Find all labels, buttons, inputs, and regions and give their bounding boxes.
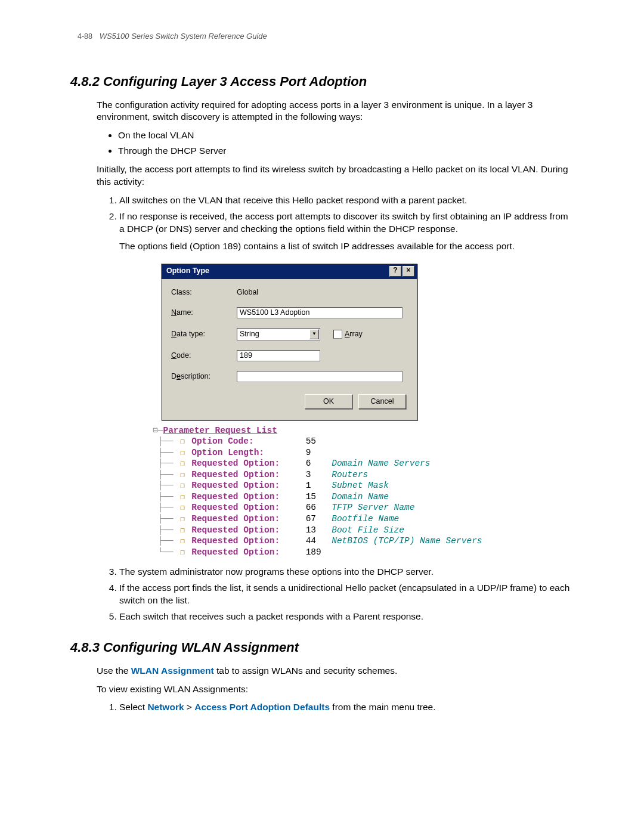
- steps-3-5: The system administrator now programs th…: [97, 566, 574, 623]
- dialog-window: Option Type ? × Class: Global Name:: [161, 264, 417, 420]
- dialog-title: Option Type: [166, 266, 209, 276]
- discovery-bullets: On the local VLAN Through the DHCP Serve…: [97, 129, 574, 157]
- section-482-body: The configuration activity required for …: [97, 99, 574, 623]
- adoption-defaults-link[interactable]: Access Port Adoption Defaults: [194, 702, 330, 712]
- section-483-body: Use the WLAN Assignment tab to assign WL…: [97, 665, 574, 714]
- option-type-dialog-figure: Option Type ? × Class: Global Name:: [161, 264, 417, 420]
- parameter-request-list-tree: ⊟─Parameter Request List ├── ❐ Option Co…: [153, 425, 574, 558]
- step-2: If no response is received, the access p…: [119, 210, 574, 253]
- page-number: 4-88: [78, 32, 92, 41]
- array-label: Array: [345, 329, 363, 339]
- wlan-assignment-link[interactable]: WLAN Assignment: [131, 665, 214, 676]
- ok-button[interactable]: OK: [305, 394, 352, 409]
- text: Use the: [97, 665, 131, 676]
- dialog-body: Class: Global Name: Data type: String ▼: [162, 279, 417, 420]
- text: Select: [119, 702, 147, 712]
- step-4: If the access port finds the list, it se…: [119, 582, 574, 607]
- name-label: Name:: [171, 308, 237, 318]
- datatype-select[interactable]: String ▼: [237, 328, 320, 340]
- text: >: [184, 702, 195, 712]
- chevron-down-icon: ▼: [309, 329, 319, 339]
- step-3: The system administrator now programs th…: [119, 566, 574, 578]
- dialog-buttons: OK Cancel: [171, 392, 410, 414]
- step-2-sub: The options field (Option 189) contains …: [119, 240, 574, 253]
- name-input[interactable]: [237, 307, 402, 318]
- description-input[interactable]: [237, 371, 402, 382]
- datatype-value: String: [240, 329, 259, 339]
- text: from the main menu tree.: [330, 702, 435, 712]
- code-label: Code:: [171, 351, 237, 361]
- bullet-item: On the local VLAN: [118, 129, 574, 142]
- description-label: Description:: [171, 371, 237, 382]
- network-link[interactable]: Network: [147, 702, 184, 712]
- paragraph: The configuration activity required for …: [97, 99, 574, 124]
- class-label: Class:: [171, 287, 237, 298]
- step-5: Each switch that receives such a packet …: [119, 611, 574, 623]
- class-value: Global: [237, 287, 258, 298]
- steps-483: Select Network > Access Port Adoption De…: [97, 701, 574, 714]
- help-button[interactable]: ?: [389, 266, 401, 277]
- section-heading-483: 4.8.3 Configuring WLAN Assignment: [70, 639, 574, 657]
- cancel-button[interactable]: Cancel: [358, 394, 406, 409]
- step-1: Select Network > Access Port Adoption De…: [119, 701, 574, 714]
- section-heading-482: 4.8.2 Configuring Layer 3 Access Port Ad…: [70, 73, 574, 91]
- guide-title: WS5100 Series Switch System Reference Gu…: [100, 32, 267, 41]
- paragraph: Initially, the access port attempts to f…: [97, 163, 574, 188]
- array-checkbox[interactable]: Array: [333, 329, 363, 339]
- text: tab to assign WLANs and security schemes…: [214, 665, 398, 676]
- code-input[interactable]: [237, 350, 320, 361]
- page-header: 4-88 WS5100 Series Switch System Referen…: [78, 31, 574, 42]
- close-button[interactable]: ×: [402, 266, 414, 277]
- page: 4-88 WS5100 Series Switch System Referen…: [0, 0, 644, 833]
- paragraph: To view existing WLAN Assignments:: [97, 683, 574, 696]
- datatype-label: Data type:: [171, 329, 237, 339]
- paragraph: Use the WLAN Assignment tab to assign WL…: [97, 665, 574, 677]
- checkbox-icon: [333, 330, 342, 339]
- steps-1-2: All switches on the VLAN that receive th…: [97, 194, 574, 253]
- step-2-text: If no response is received, the access p…: [119, 211, 568, 234]
- dialog-titlebar: Option Type ? ×: [162, 264, 417, 279]
- step-1: All switches on the VLAN that receive th…: [119, 194, 574, 207]
- bullet-item: Through the DHCP Server: [118, 145, 574, 157]
